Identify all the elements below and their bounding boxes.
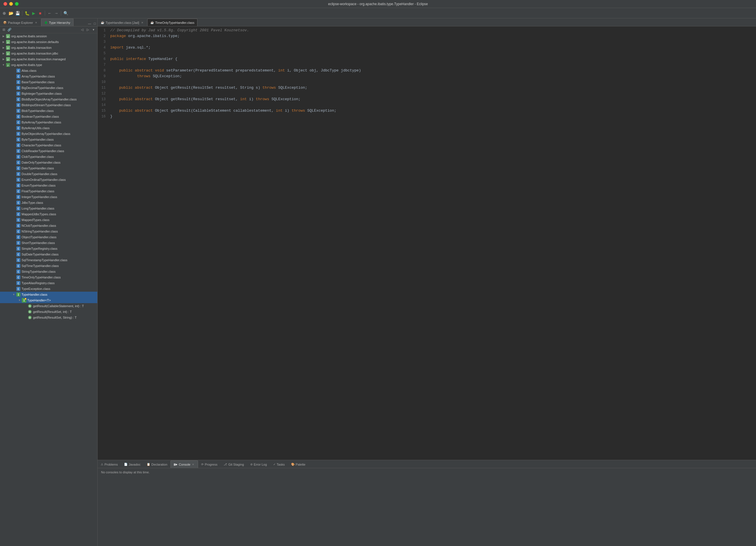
tree-item-double[interactable]: ▶ C DoubleTypeHandler.class [0, 171, 97, 177]
view-menu-btn[interactable]: ▾ [91, 27, 96, 32]
close-button[interactable] [3, 2, 7, 6]
tree-item-typeexception[interactable]: ▶ C TypeException.class [0, 286, 97, 292]
tree-item-basetypehandler[interactable]: ▶ C BaseTypeHandler.class [0, 79, 97, 85]
tab-declaration[interactable]: 📋 Declaration [144, 460, 170, 468]
editor-panel: ☕ TypeHandler.class [Jad] ✕ ☕ TimeOnlyTy… [98, 18, 756, 546]
tree-item-nclob[interactable]: ▶ C NClobTypeHandler.class [0, 223, 97, 229]
tab-javadoc[interactable]: 📄 Javadoc [121, 460, 144, 468]
tree-item-blobinputstream[interactable]: ▶ C BlobInputStreamTypeHandler.class [0, 102, 97, 108]
back-button[interactable]: ← [46, 10, 53, 16]
close-console-tab[interactable]: ✕ [191, 463, 195, 466]
tree-item-type-pkg[interactable]: ▼ p org.apache.ibatis.type [0, 62, 97, 68]
tree-item-session-defaults[interactable]: ▶ p org.apache.ibatis.session.defaults [0, 39, 97, 45]
tree-item-method-3[interactable]: ▶ m getResult(ResultSet, String) : T [0, 315, 97, 320]
tree-item-long[interactable]: ▶ C LongTypeHandler.class [0, 206, 97, 211]
tree-item-typehandler-generic[interactable]: ▼ I TypeHandler<T> [0, 297, 97, 303]
tree-item-simpleregistry[interactable]: ▶ C SimpleTypeRegistry.class [0, 246, 97, 251]
tab-palette[interactable]: 🎨 Palette [288, 460, 309, 468]
tree-item-boolean[interactable]: ▶ C BooleanTypeHandler.class [0, 114, 97, 119]
tree-item-float[interactable]: ▶ C FloatTypeHandler.class [0, 188, 97, 194]
svg-text:C: C [18, 179, 19, 181]
tree-item-dateonly[interactable]: ▶ C DateOnlyTypeHandler.class [0, 160, 97, 165]
tree-item-bytearrayutils[interactable]: ▶ C ByteArrayUtils.class [0, 125, 97, 131]
tree-item-typealiasregistry[interactable]: ▶ C TypeAliasRegistry.class [0, 280, 97, 286]
expand-arrow[interactable]: ▶ [1, 45, 6, 50]
class-icon: C [16, 241, 21, 245]
tree-item-session[interactable]: ▶ p org.apache.ibatis.session [0, 33, 97, 39]
tree-item-object[interactable]: ▶ C ObjectTypeHandler.class [0, 234, 97, 240]
tree-item-transaction-jdbc[interactable]: ▶ p org.apache.ibatis.transaction.jdbc [0, 51, 97, 56]
tree-item-clobreader[interactable]: ▶ C ClobReaderTypeHandler.class [0, 148, 97, 154]
stop-button[interactable]: ■ [37, 10, 43, 16]
expand-arrow-open[interactable]: ▼ [17, 298, 22, 303]
svg-text:C: C [18, 121, 19, 124]
tree-item-nstring[interactable]: ▶ C NStringTypeHandler.class [0, 229, 97, 234]
link-editor-btn[interactable]: 🔗 [7, 27, 12, 32]
tree-item-short[interactable]: ▶ C ShortTypeHandler.class [0, 240, 97, 246]
save-button[interactable]: 💾 [14, 10, 21, 16]
tree-item-method-2[interactable]: ▶ m getResult(ResultSet, int) : T [0, 309, 97, 315]
search-button[interactable]: 🔍 [63, 10, 69, 16]
tree-item-bytearray[interactable]: ▶ C ByteArrayTypeHandler.class [0, 119, 97, 125]
tree-item-mappedjdbc[interactable]: ▶ C MappedJdbcTypes.class [0, 211, 97, 217]
tree-item-enum[interactable]: ▶ C EnumTypeHandler.class [0, 183, 97, 188]
tab-package-explorer[interactable]: 📦 Package Explorer ✕ [0, 19, 41, 26]
tab-error-log[interactable]: ⊘ Error Log [247, 460, 270, 468]
expand-arrow[interactable]: ▶ [1, 34, 6, 38]
code-editor[interactable]: 1 // Decompiled by Jad v1.5.8g. Copyrigh… [98, 26, 756, 460]
tree-item-date[interactable]: ▶ C DateTypeHandler.class [0, 165, 97, 171]
tree-item-integer[interactable]: ▶ C IntegerTypeHandler.class [0, 194, 97, 200]
tree-item-clob[interactable]: ▶ C ClobTypeHandler.class [0, 154, 97, 160]
tab-git-staging[interactable]: ⎇ Git Staging [220, 460, 247, 468]
close-editor-tab-jad[interactable]: ✕ [141, 21, 144, 24]
tree-item-mappedtypes[interactable]: ▶ C MappedTypes.class [0, 217, 97, 223]
close-package-explorer-tab[interactable]: ✕ [34, 21, 38, 24]
tree-item-alias[interactable]: ▶ C Alias.class [0, 68, 97, 73]
debug-button[interactable]: 🐛 [24, 10, 30, 16]
tree-item-arraytypehandler[interactable]: ▶ C ArrayTypeHandler.class [0, 73, 97, 79]
next-btn[interactable]: ▷ [85, 27, 90, 32]
tab-type-hierarchy[interactable]: 🌲 Type Hierarchy [41, 19, 73, 26]
tab-console[interactable]: ▮▶ Console ✕ [170, 460, 198, 468]
tree-item-blobbyteobj[interactable]: ▶ C BlobByteObjectArrayTypeHandler.class [0, 96, 97, 102]
tree-item-byteobjectarray[interactable]: ▶ C ByteObjectArrayTypeHandler.class [0, 131, 97, 137]
expand-arrow-open[interactable]: ▼ [1, 63, 6, 67]
run-button[interactable]: ▶ [30, 10, 37, 16]
tab-tasks[interactable]: ✓ Tasks [270, 460, 288, 468]
minimize-button[interactable] [9, 2, 13, 6]
svg-point-95 [25, 298, 26, 300]
editor-tab-timeonlytypehandler[interactable]: ☕ TimeOnlyTypeHandler.class [147, 19, 198, 26]
expand-arrow[interactable]: ▶ [1, 51, 6, 56]
tree-item-jdbctype[interactable]: ▶ C JdbcType.class [0, 200, 97, 206]
tree-item-method-1[interactable]: ▶ m getResult(CallableStatement, int) : … [0, 303, 97, 309]
panel-minimize-btn[interactable]: — [87, 21, 92, 26]
tree-item-bigdecimal[interactable]: ▶ C BigDecimalTypeHandler.class [0, 85, 97, 91]
open-button[interactable]: 📂 [8, 10, 14, 16]
expand-arrow[interactable]: ▶ [1, 40, 6, 44]
tree-item-blobtypehandler[interactable]: ▶ C BlobTypeHandler.class [0, 108, 97, 114]
expand-arrow-open[interactable]: ▼ [11, 292, 16, 297]
tree-item-transaction-managed[interactable]: ▶ p org.apache.ibatis.transaction.manage… [0, 56, 97, 62]
maximize-button[interactable] [15, 2, 19, 6]
tree-item-bytetype[interactable]: ▶ C ByteTypeHandler.class [0, 137, 97, 142]
tree-item-character[interactable]: ▶ C CharacterTypeHandler.class [0, 142, 97, 148]
prev-btn[interactable]: ◁ [80, 27, 85, 32]
tree-item-timeonlytypehandler[interactable]: ▶ C TimeOnlyTypeHandler.class [0, 274, 97, 280]
tree-item-bigint[interactable]: ▶ C BigIntegerTypeHandler.class [0, 91, 97, 96]
tree-item-enumordinal[interactable]: ▶ C EnumOrdinalTypeHandler.class [0, 177, 97, 183]
collapse-all-btn[interactable]: ⊟ [1, 27, 6, 32]
tree-item-sqldatehandler[interactable]: ▶ C SqlDateTypeHandler.class [0, 251, 97, 257]
tab-progress[interactable]: ⟳ Progress [198, 460, 220, 468]
panel-maximize-btn[interactable]: □ [92, 21, 97, 26]
new-button[interactable]: ⊕ [1, 10, 7, 16]
expand-arrow[interactable]: ▶ [1, 57, 6, 61]
tree-item-sqltime[interactable]: ▶ C SqlTimeTypeHandler.class [0, 263, 97, 269]
forward-button[interactable]: → [53, 10, 59, 16]
tree-item-stringhandler[interactable]: ▶ C StringTypeHandler.class [0, 269, 97, 274]
tree-item-sqltimestamp[interactable]: ▶ C SqlTimestampTypeHandler.class [0, 257, 97, 263]
tree-item-typehandler-class[interactable]: ▼ I TypeHandler.class [0, 292, 97, 297]
tree-item-transaction[interactable]: ▶ p org.apache.ibatis.transaction [0, 45, 97, 51]
editor-tab-typehandler-jad[interactable]: ☕ TypeHandler.class [Jad] ✕ [98, 19, 147, 26]
tree-container[interactable]: ▶ p org.apache.ibatis.session ▶ p org.ap… [0, 33, 97, 546]
tab-problems[interactable]: ⚠ Problems [98, 460, 121, 468]
